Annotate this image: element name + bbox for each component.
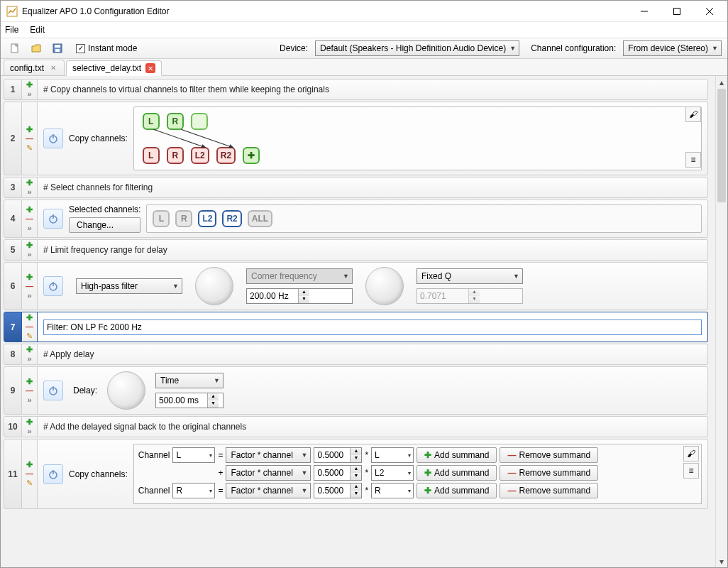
row-number[interactable]: 1 xyxy=(4,79,22,100)
expr-select[interactable]: Factor * channel▼ xyxy=(226,483,311,498)
channel-pill-R[interactable]: R xyxy=(167,113,184,130)
channel-pill-R2[interactable]: R2 xyxy=(216,147,236,164)
tab-config[interactable]: config.txt ✕ xyxy=(4,60,65,75)
menu-edit[interactable]: Edit xyxy=(30,25,45,35)
change-button[interactable]: Change... xyxy=(69,217,140,233)
command-row-selected: 7 ✚—✎ xyxy=(4,312,708,342)
app-icon xyxy=(6,6,18,17)
edit-icon[interactable]: ✎ xyxy=(26,144,33,152)
channel-chip-L2[interactable]: L2 xyxy=(198,210,216,227)
scroll-up-icon[interactable]: ▴ xyxy=(716,76,727,88)
comment-text: # Limit frequency range for delay xyxy=(43,245,167,255)
scroll-thumb[interactable] xyxy=(717,89,726,202)
maximize-button[interactable] xyxy=(661,1,693,21)
channel-config-select[interactable]: From device (Stereo)▼ xyxy=(623,40,722,56)
corner-freq-input[interactable]: ▲▼ xyxy=(246,288,353,304)
channel-chip-R[interactable]: R xyxy=(175,210,192,227)
comment-text: # Add the delayed signal back to the ori… xyxy=(43,422,246,432)
q-value-input: ▲▼ xyxy=(417,288,523,304)
channel-select[interactable]: R▾ xyxy=(172,483,215,498)
open-file-button[interactable] xyxy=(28,40,45,57)
svg-rect-8 xyxy=(55,49,60,52)
instant-mode-checkbox[interactable]: ✓ Instant mode xyxy=(76,43,137,53)
remove-summand-button[interactable]: —Remove summand xyxy=(500,447,598,463)
freq-knob[interactable] xyxy=(365,267,404,305)
channel-select[interactable]: L2▾ xyxy=(371,465,414,481)
channel-pill-L2[interactable]: L2 xyxy=(191,147,209,164)
add-icon[interactable]: ✚ xyxy=(26,126,33,133)
power-toggle[interactable] xyxy=(43,464,63,484)
channel-pill-R[interactable]: R xyxy=(167,147,184,164)
expand-icon[interactable]: » xyxy=(27,90,31,98)
device-select[interactable]: Default (Speakers - High Definition Audi… xyxy=(315,40,519,56)
filter-type-select[interactable]: High-pass filter▼ xyxy=(76,278,182,294)
title-bar: Equalizer APO 1.0 Configuration Editor xyxy=(1,1,727,22)
vertical-scrollbar[interactable]: ▴ ▾ xyxy=(715,76,727,567)
power-toggle[interactable] xyxy=(43,276,63,296)
list-icon[interactable]: ≡ xyxy=(683,463,699,479)
close-tab-icon[interactable]: ✕ xyxy=(48,63,58,73)
power-toggle[interactable] xyxy=(43,129,63,148)
scroll-down-icon[interactable]: ▾ xyxy=(716,555,727,567)
factor-input[interactable]: ▲▼ xyxy=(314,465,362,481)
svg-line-11 xyxy=(153,129,205,147)
svg-rect-2 xyxy=(674,8,680,14)
close-tab-icon[interactable]: ✕ xyxy=(145,63,155,73)
power-toggle[interactable] xyxy=(43,209,63,229)
add-summand-button[interactable]: ✚Add summand xyxy=(417,483,497,498)
menu-file[interactable]: File xyxy=(5,25,18,35)
channel-pill-empty[interactable] xyxy=(191,113,208,130)
channel-chip-L[interactable]: L xyxy=(153,210,170,227)
delay-mode-select[interactable]: Time▼ xyxy=(155,373,224,388)
summand-table: 🖌≡ Channel L▾ = Factor * channel▼ ▲▼ * L… xyxy=(133,444,702,504)
factor-input[interactable]: ▲▼ xyxy=(314,483,362,498)
corner-freq-label: Corner frequency▼ xyxy=(246,268,353,284)
copy-channels-label: Copy channels: xyxy=(69,469,128,479)
close-button[interactable] xyxy=(693,1,726,21)
new-file-button[interactable] xyxy=(6,40,23,57)
channel-select[interactable]: L▾ xyxy=(371,447,414,463)
toolbar: ✓ Instant mode Device: Default (Speakers… xyxy=(1,38,727,59)
channel-chip-R2[interactable]: R2 xyxy=(222,210,241,227)
channel-pill-L[interactable]: L xyxy=(143,113,160,130)
svg-line-12 xyxy=(181,129,233,147)
command-row: 2 ✚ — ✎ Copy channels: L R L R L2 R2 ✚ xyxy=(4,102,708,175)
tab-strip: config.txt ✕ selective_delay.txt ✕ xyxy=(1,59,727,76)
row-number[interactable]: 2 xyxy=(4,102,22,175)
expr-select[interactable]: Factor * channel▼ xyxy=(226,465,311,481)
brush-icon[interactable]: 🖌 xyxy=(683,446,699,462)
command-list: 1 ✚ » # Copy channels to virtual channel… xyxy=(1,76,715,567)
expr-select[interactable]: Factor * channel▼ xyxy=(226,447,311,463)
channel-pill-L[interactable]: L xyxy=(143,147,160,164)
remove-icon[interactable]: — xyxy=(26,135,33,143)
channel-select[interactable]: R▾ xyxy=(371,483,414,498)
channel-chip-ALL[interactable]: ALL xyxy=(248,210,272,227)
channel-graph[interactable]: L R L R L2 R2 ✚ 🖌 ≡ xyxy=(133,106,702,170)
brush-icon[interactable]: 🖌 xyxy=(685,106,701,122)
filter-text-input[interactable] xyxy=(43,320,702,335)
svg-rect-7 xyxy=(55,45,60,48)
add-summand-button[interactable]: ✚Add summand xyxy=(417,465,497,481)
add-summand-button[interactable]: ✚Add summand xyxy=(417,447,497,463)
selected-channels-label: Selected channels: xyxy=(69,204,140,214)
remove-summand-button[interactable]: —Remove summand xyxy=(500,465,598,481)
save-file-button[interactable] xyxy=(49,40,66,57)
channel-config-label: Channel configuration: xyxy=(531,43,616,53)
delay-value-input[interactable]: ▲▼ xyxy=(155,393,224,408)
gain-knob[interactable] xyxy=(195,267,233,305)
list-icon[interactable]: ≡ xyxy=(685,152,701,168)
power-toggle[interactable] xyxy=(43,381,63,400)
add-channel-button[interactable]: ✚ xyxy=(243,147,260,164)
delay-knob[interactable] xyxy=(107,371,145,410)
remove-summand-button[interactable]: —Remove summand xyxy=(500,483,598,498)
factor-input[interactable]: ▲▼ xyxy=(314,447,362,463)
minimize-button[interactable] xyxy=(628,1,661,21)
expand-icon[interactable]: » xyxy=(27,188,31,196)
add-icon[interactable]: ✚ xyxy=(26,179,33,187)
q-type-select[interactable]: Fixed Q▼ xyxy=(417,268,523,284)
comment-text: # Apply delay xyxy=(43,349,94,359)
channel-select[interactable]: L▾ xyxy=(172,447,215,463)
tab-selective-delay[interactable]: selective_delay.txt ✕ xyxy=(66,60,162,76)
add-icon[interactable]: ✚ xyxy=(26,81,33,89)
comment-text: # Select channels for filtering xyxy=(43,182,153,192)
